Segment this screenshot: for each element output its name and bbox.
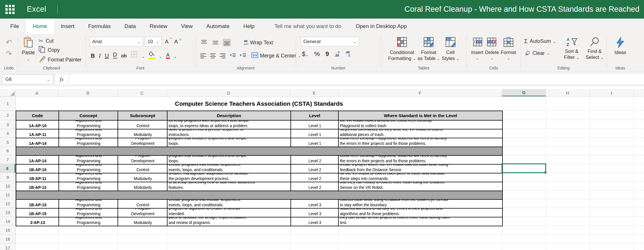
cell-code[interactable]: 1A-AP-10	[16, 121, 59, 129]
cell-code[interactable]: 1B-AP-11	[16, 173, 59, 182]
wrap-text-button[interactable]: abc↩ Wrap Text	[244, 39, 273, 46]
autosum-button[interactable]: Σ AutoSum	[524, 38, 560, 45]
font-color-button[interactable]: A	[166, 53, 170, 59]
table-header-cell[interactable]: Code	[16, 111, 59, 121]
ribbon-tab-review[interactable]: Review	[143, 19, 174, 34]
increase-decimal-button[interactable]: ←0.00	[335, 51, 340, 57]
align-middle-button[interactable]	[211, 39, 219, 46]
cell-concept[interactable]: Algorithms andProgramming	[59, 173, 118, 182]
cell-code[interactable]: 1B-AP-12	[16, 182, 59, 191]
column-header-E[interactable]: E	[290, 89, 338, 97]
cell-description[interactable]: program that includes sequences and simp…	[167, 138, 291, 147]
sheet-title-cell[interactable]: Computer Science Teachers Association (C…	[16, 97, 502, 111]
cell-code[interactable]: 1A-AP-11	[16, 129, 59, 138]
cell-description[interactable]: Create programs that include sequences,e…	[167, 200, 291, 209]
ribbon-tab-formulas[interactable]: Formulas	[81, 19, 118, 34]
column-header-H[interactable]: H	[546, 89, 590, 97]
row-header-10[interactable]: 10	[0, 182, 15, 191]
ribbon-tab-data[interactable]: Data	[118, 19, 143, 34]
underline-button[interactable]: U	[105, 53, 109, 59]
row-header-2[interactable]: 2	[0, 111, 15, 120]
cell-where[interactable]: they can iterate on the project to colle…	[339, 217, 503, 226]
row-header-11[interactable]: 11	[0, 191, 15, 199]
row-header-5[interactable]: 5	[0, 138, 15, 147]
cell-code[interactable]: 2-AP-13	[16, 217, 59, 226]
ribbon-tab-automate[interactable]: Automate	[199, 19, 236, 34]
decrease-decimal-button[interactable]: .00→0	[345, 51, 350, 57]
cell-where[interactable]: collects trash while using feedback from…	[339, 200, 503, 209]
cell-where[interactable]: Coral Reef Cleanup Playground, students …	[339, 156, 503, 165]
column-header-F[interactable]: F	[338, 89, 502, 97]
row-header-16[interactable]: 16	[0, 235, 15, 243]
cell-where[interactable]: the VR Robot moves around the Coral Reef…	[339, 121, 503, 129]
row-header-12[interactable]: 12	[0, 199, 15, 208]
select-all-corner[interactable]	[0, 89, 16, 97]
align-center-button[interactable]	[210, 52, 216, 59]
ribbon-tab-help[interactable]: Help	[237, 19, 261, 34]
sort-filter-button[interactable]: AZ Sort &Filter	[560, 36, 583, 64]
cell-code[interactable]: 1B-AP-10	[16, 200, 59, 209]
cell-where[interactable]: for the VR Robot to collect each piece o…	[339, 173, 503, 182]
cell-subconcept[interactable]: Control	[118, 121, 167, 129]
cell-code[interactable]: 1A-AP-14	[16, 138, 59, 147]
align-right-button[interactable]	[219, 52, 226, 59]
row-header-8[interactable]: 8	[0, 164, 15, 173]
column-header-G[interactable]: G	[502, 89, 546, 97]
cell-subconcept[interactable]: Modularity	[118, 182, 167, 191]
font-size-select[interactable]: 10	[145, 37, 161, 46]
cell-subconcept[interactable]: ProgramDevelopment	[118, 156, 167, 165]
strikethrough-button[interactable]: ab	[121, 53, 127, 59]
selected-cell-outline[interactable]	[502, 163, 546, 173]
comma-format-button[interactable]: 9	[326, 50, 329, 58]
row-header-4[interactable]: 4	[0, 129, 15, 138]
row-header-6[interactable]: 6	[0, 147, 15, 155]
column-header-D[interactable]: D	[167, 89, 290, 97]
row-header-9[interactable]: 9	[0, 173, 15, 182]
decrease-indent-button[interactable]	[229, 52, 236, 59]
cell-description[interactable]: program or algorithm to ensure it runs a…	[167, 209, 291, 217]
borders-chevron[interactable]	[142, 54, 145, 59]
cell-level[interactable]: Level 3	[291, 217, 339, 226]
ribbon-tab-home[interactable]: Home	[26, 19, 54, 34]
cell-description[interactable]: solve a problem into a precise sequence …	[167, 129, 291, 138]
cell-level[interactable]: Level 1	[291, 138, 339, 147]
row-header-1[interactable]: 1	[0, 97, 15, 111]
cell-subconcept[interactable]: ProgramDevelopment	[118, 209, 167, 217]
align-top-button[interactable]	[200, 39, 208, 46]
cell-code[interactable]: 1B-AP-10	[16, 165, 59, 173]
tell-me-box[interactable]: Tell me what you want to do	[274, 19, 341, 34]
cell-concept[interactable]: Algorithms andProgramming	[59, 182, 118, 191]
table-header-cell[interactable]: Description	[167, 111, 291, 121]
cell-concept[interactable]: Algorithms andProgramming	[59, 156, 118, 165]
table-header-cell[interactable]: Level	[291, 111, 339, 121]
bold-button[interactable]: B	[91, 53, 95, 59]
column-header-I[interactable]: I	[590, 89, 633, 97]
cell-subconcept[interactable]: Modularity	[118, 173, 167, 182]
borders-button[interactable]	[131, 51, 138, 59]
copy-button[interactable]: Copy	[39, 46, 82, 54]
table-header-cell[interactable]: Concept	[59, 111, 118, 121]
cut-button[interactable]: ✂ Cut	[39, 37, 82, 44]
percent-format-button[interactable]: %	[314, 50, 320, 58]
find-select-button[interactable]: Find &Select	[583, 36, 606, 64]
undo-icon[interactable]: ↶	[6, 39, 12, 46]
cell-where[interactable]: Coral Reef Cleanup Playground, students …	[339, 138, 503, 147]
open-in-desktop-button[interactable]: Open in Desktop App	[356, 19, 407, 34]
name-box[interactable]: G8	[2, 74, 53, 84]
cell-description[interactable]: Create programs that include sequences,e…	[167, 165, 291, 173]
font-color-chevron[interactable]	[174, 54, 177, 59]
cell-level[interactable]: Level 1	[291, 129, 339, 138]
cell-level[interactable]: Level 1	[291, 121, 339, 129]
align-bottom-button[interactable]	[223, 39, 231, 46]
cell-concept[interactable]: Algorithms andProgramming	[59, 138, 118, 147]
cell-concept[interactable]: Algorithms andProgramming	[59, 129, 118, 138]
cell-level[interactable]: Level 2	[291, 182, 339, 191]
table-header-cell[interactable]: Where Standard is Met in the Level	[339, 111, 503, 121]
fill-color-chevron[interactable]	[159, 54, 162, 59]
cell-level[interactable]: Level 3	[291, 200, 339, 209]
ribbon-tab-file[interactable]: File	[3, 19, 26, 34]
cell-level[interactable]: Level 3	[291, 209, 339, 217]
number-format-select[interactable]: General	[301, 37, 359, 46]
cell-level[interactable]: Level 2	[291, 156, 339, 165]
font-family-select[interactable]: Arial	[90, 37, 143, 46]
